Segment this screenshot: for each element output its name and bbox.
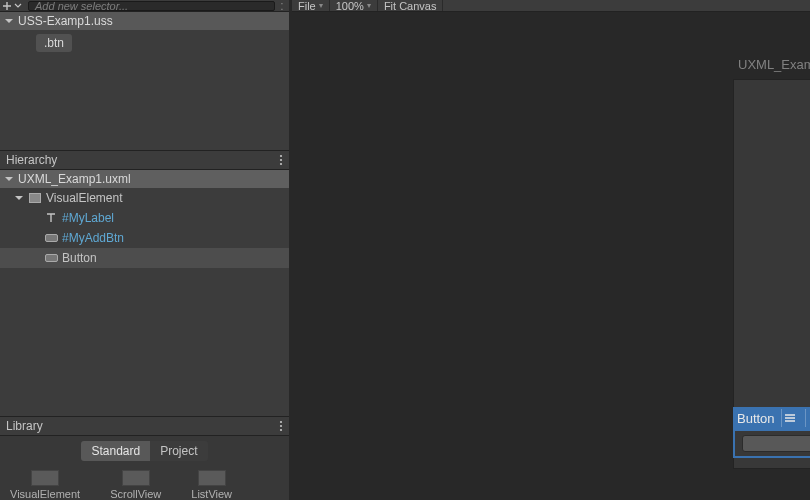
- hierarchy-item-label: Button: [62, 251, 97, 265]
- stylesheet-header[interactable]: USS-Examp1.uss: [0, 12, 289, 30]
- hierarchy-tree: VisualElement #MyLabel #MyAddBtn Button: [0, 188, 289, 416]
- svg-point-2: [280, 163, 282, 165]
- zoom-value: 100%: [336, 0, 364, 12]
- caret-down-icon: ▾: [367, 1, 371, 10]
- svg-rect-3: [30, 194, 41, 203]
- canvas-button-inner[interactable]: Button: [742, 435, 810, 452]
- library-item-visualelement[interactable]: VisualElement: [10, 470, 80, 500]
- hierarchy-item-label: #MyAddBtn: [62, 231, 124, 245]
- library-item-scrollview[interactable]: ScrollView: [110, 470, 161, 500]
- kebab-icon[interactable]: [279, 420, 283, 432]
- canvas-button-selected[interactable]: Button: [733, 429, 810, 458]
- fit-canvas-label: Fit Canvas: [384, 0, 437, 12]
- caret-down-icon: ▾: [319, 1, 323, 10]
- button-icon: [44, 252, 58, 264]
- align-horizontal-icon[interactable]: [781, 409, 799, 427]
- add-selector-icon[interactable]: [0, 1, 14, 11]
- hierarchy-item-label: VisualElement: [46, 191, 123, 205]
- hierarchy-header: Hierarchy: [0, 150, 289, 170]
- svg-point-7: [280, 425, 282, 427]
- selector-toolbar: Add new selector... :: [0, 0, 289, 12]
- hierarchy-item-button[interactable]: Button: [0, 248, 289, 268]
- library-header: Library: [0, 416, 289, 436]
- file-menu[interactable]: File ▾: [292, 0, 330, 11]
- library-thumb-icon: [122, 470, 150, 486]
- library-item-label: ScrollView: [110, 488, 161, 500]
- library-items: VisualElement ScrollView ListView: [0, 466, 289, 500]
- canvas-file-label: UXML_Examp1.uxml*: [738, 57, 810, 72]
- library-thumb-icon: [198, 470, 226, 486]
- caret-down-icon[interactable]: [14, 2, 28, 10]
- svg-point-8: [280, 429, 282, 431]
- hierarchy-root-name: UXML_Examp1.uxml: [18, 172, 131, 186]
- hierarchy-title: Hierarchy: [6, 153, 279, 167]
- triangle-down-icon: [4, 174, 18, 184]
- visualelement-icon: [28, 192, 42, 204]
- library-item-label: ListView: [191, 488, 232, 500]
- stylesheet-name: USS-Examp1.uss: [18, 14, 113, 28]
- triangle-down-icon: [4, 16, 18, 26]
- hierarchy-item-visualelement[interactable]: VisualElement: [0, 188, 289, 208]
- library-tab-row: Standard Project: [0, 436, 289, 466]
- svg-point-6: [280, 421, 282, 423]
- selector-trail: :: [275, 0, 289, 13]
- library-item-listview[interactable]: ListView: [191, 470, 232, 500]
- library-item-label: VisualElement: [10, 488, 80, 500]
- button-icon: [44, 232, 58, 244]
- hierarchy-item-label: #MyLabel: [62, 211, 114, 225]
- triangle-down-icon: [14, 193, 28, 203]
- hierarchy-item-mylabel[interactable]: #MyLabel: [0, 208, 289, 228]
- library-thumb-icon: [31, 470, 59, 486]
- align-vertical-icon[interactable]: [805, 409, 810, 427]
- zoom-dropdown[interactable]: 100% ▾: [330, 0, 378, 11]
- selector-chip[interactable]: .btn: [36, 34, 72, 52]
- canvas-viewport[interactable]: UXML_Examp1.uxml* Label ADD Button B: [292, 12, 810, 500]
- text-icon: [44, 212, 58, 224]
- svg-point-1: [280, 159, 282, 161]
- library-title: Library: [6, 419, 279, 433]
- fit-canvas-button[interactable]: Fit Canvas: [378, 0, 444, 11]
- kebab-icon[interactable]: [279, 154, 283, 166]
- library-tab-standard[interactable]: Standard: [81, 441, 150, 461]
- selector-input[interactable]: Add new selector...: [28, 1, 275, 11]
- library-tab-project[interactable]: Project: [150, 441, 207, 461]
- viewport-toolbar: File ▾ 100% ▾ Fit Canvas: [292, 0, 810, 12]
- hierarchy-root-row[interactable]: UXML_Examp1.uxml: [0, 170, 289, 188]
- selection-tag-label: Button: [737, 411, 775, 426]
- svg-rect-4: [45, 235, 57, 242]
- file-menu-label: File: [298, 0, 316, 12]
- selection-tag: Button: [733, 407, 810, 429]
- svg-point-0: [280, 155, 282, 157]
- svg-rect-5: [45, 255, 57, 262]
- hierarchy-item-myaddbtn[interactable]: #MyAddBtn: [0, 228, 289, 248]
- stylesheet-body: .btn: [0, 30, 289, 150]
